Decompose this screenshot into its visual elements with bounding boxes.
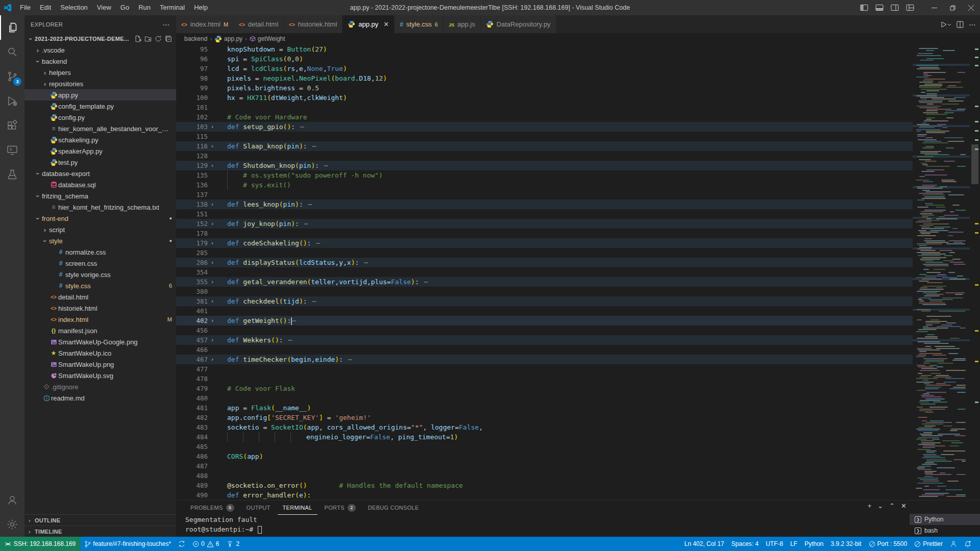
file-hier-komen-alle-bestanden-voor-de-back[interactable]: ≡hier_komen_alle_bestanden_voor_de_back.… <box>24 123 176 134</box>
code-line-380[interactable]: 380 <box>176 287 913 296</box>
status-encoding[interactable]: UTF-8 <box>762 537 787 551</box>
file-screen-css[interactable]: #screen.css <box>24 258 176 269</box>
file-script[interactable]: ›script <box>24 224 176 235</box>
code-line-100[interactable]: 100hx = HX711(dtWeight,clkWeight) <box>176 93 913 103</box>
menu-selection[interactable]: Selection <box>56 0 92 15</box>
file-smartwakeup-svg[interactable]: SmartWakeUp.svg <box>24 370 176 381</box>
fold-chevron-icon[interactable]: › <box>208 220 217 227</box>
close-tab-icon[interactable]: ✕ <box>383 20 389 28</box>
activity-source-control[interactable]: 3 <box>0 64 24 89</box>
fold-chevron-icon[interactable]: › <box>208 356 217 363</box>
code-line-102[interactable]: 102# Code voor Hardware <box>176 112 913 122</box>
minimize-icon[interactable] <box>925 0 943 15</box>
file-speakerapp-py[interactable]: speakerApp.py <box>24 145 176 157</box>
fold-chevron-icon[interactable]: › <box>208 162 217 169</box>
file-front-end[interactable]: ›front-end● <box>24 213 176 224</box>
file-config-py[interactable]: config.py <box>24 112 176 123</box>
maximize-panel-icon[interactable]: ⌃ <box>889 502 895 510</box>
activity-settings[interactable] <box>0 512 24 537</box>
customize-layout-icon[interactable] <box>902 0 918 15</box>
split-editor-icon[interactable] <box>957 21 964 28</box>
panel-tab-output[interactable]: OUTPUT <box>241 500 276 515</box>
code-line-103[interactable]: 103›def setup_gpio(): ⋯ <box>176 122 913 132</box>
status-indentation[interactable]: Spaces: 4 <box>728 537 762 551</box>
run-python-file-icon[interactable] <box>940 21 951 28</box>
activity-search[interactable] <box>0 40 24 64</box>
code-editor[interactable]: 95knopShutdown = Button(27)96spi = SpiCl… <box>176 44 913 500</box>
menu-view[interactable]: View <box>92 0 116 15</box>
problems-summary[interactable]: 0 6 <box>189 537 223 551</box>
tab-app-py[interactable]: app.py✕ <box>342 15 395 33</box>
code-line-487[interactable]: 487 <box>176 461 913 471</box>
close-panel-icon[interactable]: ✕ <box>901 502 906 510</box>
code-line-484[interactable]: 484engineio_logger=False, ping_timeout=1… <box>176 432 913 442</box>
close-window-icon[interactable] <box>962 0 980 15</box>
restore-icon[interactable] <box>943 0 962 15</box>
file-smartwakeup-ico[interactable]: ★SmartWakeUp.ico <box>24 347 176 359</box>
file-schakeling-py[interactable]: schakeling.py <box>24 134 176 145</box>
code-line-129[interactable]: 129›def Shutdown_knop(pin): ⋯ <box>176 161 913 170</box>
tab-detail-html[interactable]: <>detail.html <box>234 15 284 33</box>
file-database-export[interactable]: ›database-export <box>24 168 176 179</box>
status-cursor-position[interactable]: Ln 402, Col 17 <box>681 537 728 551</box>
code-line-178[interactable]: 178 <box>176 229 913 238</box>
activity-accounts[interactable] <box>0 488 24 512</box>
file-config-template-py[interactable]: config_template.py <box>24 101 176 112</box>
code-line-477[interactable]: 477 <box>176 364 913 374</box>
status-eol[interactable]: LF <box>787 537 801 551</box>
new-folder-icon[interactable] <box>144 35 152 42</box>
terminal-session-python[interactable]: ❯Python <box>910 514 980 525</box>
code-line-97[interactable]: 97lcd = lcdClass(rs,e,None,True) <box>176 64 913 73</box>
code-line-485[interactable]: 485 <box>176 442 913 452</box>
code-line-151[interactable]: 151 <box>176 209 913 219</box>
tab-datarepository-py[interactable]: DataRepository.py <box>481 15 556 33</box>
code-line-286[interactable]: 286›def displayStatus(lcdStatus,y,x): ⋯ <box>176 258 913 267</box>
menu-terminal[interactable]: Terminal <box>155 0 189 15</box>
file-index-html[interactable]: <>index.htmlM <box>24 314 176 325</box>
file-normalize-css[interactable]: #normalize.css <box>24 246 176 258</box>
tab-app-js[interactable]: JSapp.js <box>444 15 481 33</box>
tab-style-css[interactable]: #style.css6 <box>395 15 444 33</box>
code-line-381[interactable]: 381›def checkdeel(tijd): ⋯ <box>176 296 913 306</box>
code-line-478[interactable]: 478 <box>176 374 913 384</box>
activity-explorer[interactable] <box>0 15 24 40</box>
menu-go[interactable]: Go <box>116 0 134 15</box>
tab-index-html[interactable]: <>index.htmlM <box>176 15 234 33</box>
fold-chevron-icon[interactable]: › <box>208 143 217 149</box>
code-line-99[interactable]: 99pixels.brightness = 0.5 <box>176 83 913 93</box>
code-line-489[interactable]: 489@socketio.on_error() # Handles the de… <box>176 481 913 490</box>
code-line-101[interactable]: 101 <box>176 103 913 112</box>
file-test-py[interactable]: test.py <box>24 157 176 168</box>
file-manifest-json[interactable]: {}manifest.json <box>24 325 176 336</box>
code-line-179[interactable]: 179›def codeSchakeling(): ⋯ <box>176 238 913 248</box>
section-outline[interactable]: ›OUTLINE <box>24 514 176 525</box>
terminal-session-bash[interactable]: ❯bash <box>910 525 980 536</box>
code-line-96[interactable]: 96spi = SpiClass(0,0) <box>176 54 913 64</box>
fold-chevron-icon[interactable]: › <box>208 298 217 305</box>
file-vscode[interactable]: ›.vscode <box>24 44 176 56</box>
fold-chevron-icon[interactable]: › <box>208 259 217 266</box>
code-line-467[interactable]: 467›def timeChecker(begin,einde): ⋯ <box>176 355 913 364</box>
file-backend[interactable]: ›backend <box>24 56 176 67</box>
panel-tab-ports[interactable]: PORTS2 <box>320 500 361 515</box>
new-file-icon[interactable] <box>134 35 141 42</box>
code-line-135[interactable]: 135# os.system("sudo poweroff -h now") <box>176 170 913 180</box>
panel-tab-terminal[interactable]: TERMINAL <box>278 500 317 515</box>
code-line-115[interactable]: 115 <box>176 132 913 141</box>
fold-chevron-icon[interactable]: › <box>208 123 217 130</box>
code-line-137[interactable]: 137 <box>176 190 913 199</box>
remote-indicator[interactable]: >< SSH: 192.168.168.169 <box>0 537 81 551</box>
toggle-secondary-sidebar-icon[interactable] <box>887 0 902 15</box>
code-line-136[interactable]: 136# sys.exit() <box>176 180 913 190</box>
activity-testing[interactable] <box>0 162 24 187</box>
file-style-vorige-css[interactable]: #style vorige.css <box>24 269 176 280</box>
explorer-more-actions-icon[interactable]: ⋯ <box>163 20 170 29</box>
activity-run-and-debug[interactable] <box>0 89 24 113</box>
code-line-355[interactable]: 355›def getal_veranderen(teller,vortijd,… <box>176 277 913 287</box>
file-historiek-html[interactable]: <>historiek.html <box>24 303 176 314</box>
code-line-479[interactable]: 479# Code voor Flask <box>176 384 913 393</box>
scrollbar-thumb[interactable] <box>971 144 978 184</box>
code-line-486[interactable]: 486CORS(app) <box>176 452 913 461</box>
file-app-py[interactable]: app.py <box>24 89 176 101</box>
file-smartwakeup-png[interactable]: SmartWakeUp.png <box>24 359 176 370</box>
